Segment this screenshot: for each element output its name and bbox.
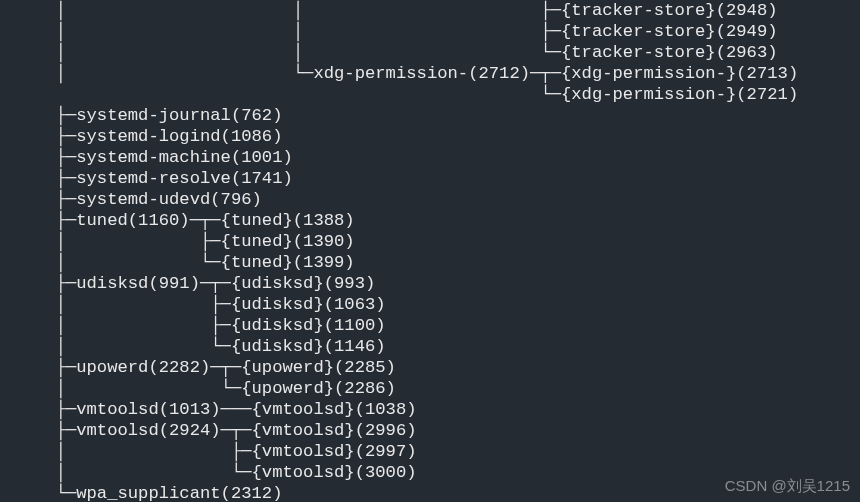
pstree-output: │ │ ├─{tracker-store}(2948) │ │ ├─{track… xyxy=(0,0,860,502)
